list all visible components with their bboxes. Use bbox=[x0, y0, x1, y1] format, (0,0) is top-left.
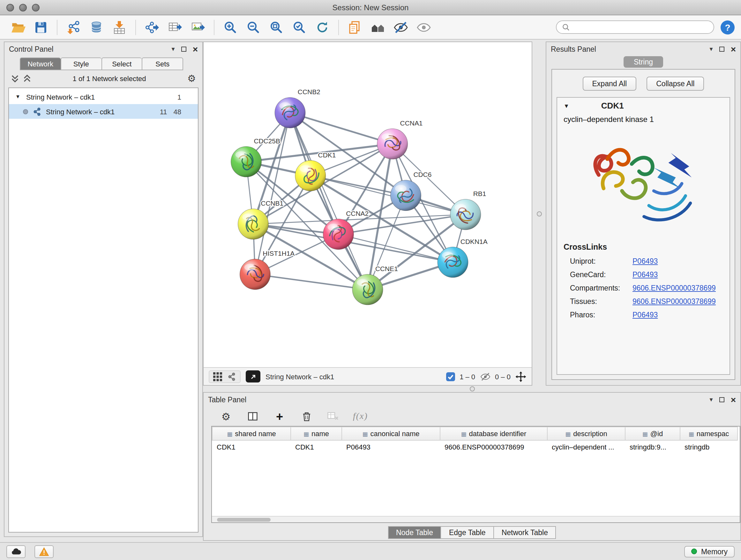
duplicate-network-button[interactable] bbox=[345, 17, 365, 37]
vertical-splitter[interactable] bbox=[532, 42, 546, 386]
float-panel-icon[interactable]: ▾ bbox=[710, 396, 713, 403]
import-network-file-button[interactable] bbox=[63, 17, 84, 37]
table-row[interactable]: CDK1 CDK1 P06493 9606.ENSP00000378699 cy… bbox=[212, 440, 738, 454]
network-canvas[interactable]: CCNB2CCNA1CDC25BCDK1CDC6RB1CCNB1CCNA2CDK… bbox=[204, 42, 532, 367]
open-external-button[interactable] bbox=[246, 370, 260, 382]
database-icon bbox=[89, 19, 104, 35]
network-options-gear-icon[interactable]: ⚙ bbox=[187, 73, 196, 83]
show-columns-button[interactable] bbox=[246, 409, 260, 423]
crosslink-row: GeneCard: P06493 bbox=[557, 267, 730, 281]
tree-expander-icon[interactable]: ▼ bbox=[15, 94, 22, 100]
column-header[interactable]: ▦@id bbox=[625, 427, 680, 440]
tissues-link[interactable]: 9606.ENSP00000378699 bbox=[632, 297, 716, 305]
zoom-in-button[interactable] bbox=[220, 17, 241, 37]
show-all-button[interactable] bbox=[414, 17, 434, 37]
memory-button[interactable]: Memory bbox=[684, 546, 735, 557]
tab-edge-table[interactable]: Edge Table bbox=[441, 526, 493, 539]
search-input[interactable] bbox=[572, 23, 709, 31]
external-link-icon bbox=[249, 373, 257, 380]
function-builder-button[interactable]: f(x) bbox=[353, 411, 368, 422]
collapse-all-icon[interactable] bbox=[11, 74, 19, 83]
column-header[interactable]: ▦shared name bbox=[212, 427, 291, 440]
network-row-selected[interactable]: String Network – cdk1 11 48 bbox=[9, 104, 198, 119]
maximize-panel-icon[interactable] bbox=[719, 47, 724, 52]
collapse-all-button[interactable]: Collapse All bbox=[647, 77, 704, 91]
refresh-icon bbox=[315, 19, 330, 35]
close-panel-icon[interactable]: × bbox=[731, 395, 736, 404]
table-cell[interactable]: P06493 bbox=[342, 440, 440, 454]
selected-checkbox-icon[interactable] bbox=[446, 372, 455, 381]
column-header[interactable]: ▦database identifier bbox=[440, 427, 547, 440]
column-header[interactable]: ▦name bbox=[291, 427, 342, 440]
share-view-icon[interactable] bbox=[227, 372, 236, 381]
expand-all-icon[interactable] bbox=[23, 74, 31, 83]
export-table-button[interactable] bbox=[165, 17, 185, 37]
table-cell[interactable]: stringdb:9... bbox=[625, 440, 680, 454]
column-type-icon: ▦ bbox=[643, 431, 648, 437]
tab-string[interactable]: String bbox=[623, 56, 663, 68]
maximize-window-button[interactable] bbox=[32, 3, 40, 11]
zoom-fit-button[interactable] bbox=[266, 17, 286, 37]
grid-view-icon[interactable] bbox=[213, 372, 222, 381]
float-panel-icon[interactable]: ▾ bbox=[710, 46, 713, 52]
export-network-button[interactable] bbox=[142, 17, 162, 37]
tab-select[interactable]: Select bbox=[101, 57, 142, 70]
pharos-link[interactable]: P06493 bbox=[632, 311, 658, 318]
splitter-handle[interactable] bbox=[536, 211, 542, 216]
compartments-link[interactable]: 9606.ENSP00000378699 bbox=[632, 284, 716, 292]
window-title: Session: New Session bbox=[0, 3, 741, 12]
column-header[interactable]: ▦description bbox=[547, 427, 625, 440]
section-expander-icon[interactable]: ▼ bbox=[563, 103, 569, 109]
export-image-button[interactable] bbox=[188, 17, 208, 37]
table-cell[interactable]: CDK1 bbox=[291, 440, 342, 454]
table-settings-gear-icon[interactable]: ⚙ bbox=[219, 409, 233, 423]
uniprot-link[interactable]: P06493 bbox=[632, 257, 658, 265]
close-panel-icon[interactable]: × bbox=[731, 45, 736, 54]
hide-selected-button[interactable] bbox=[391, 17, 411, 37]
refresh-view-button[interactable] bbox=[312, 17, 333, 37]
save-session-button[interactable] bbox=[30, 17, 51, 37]
warnings-button[interactable] bbox=[35, 545, 54, 558]
import-network-database-button[interactable] bbox=[86, 17, 107, 37]
network-graph[interactable]: CCNB2CCNA1CDC25BCDK1CDC6RB1CCNB1CCNA2CDK… bbox=[204, 42, 532, 367]
import-table-button[interactable] bbox=[109, 17, 130, 37]
table-cell[interactable]: CDK1 bbox=[212, 440, 291, 454]
float-panel-icon[interactable]: ▾ bbox=[172, 46, 175, 52]
expand-all-button[interactable]: Expand All bbox=[583, 77, 636, 91]
tab-sets[interactable]: Sets bbox=[142, 57, 184, 70]
delete-table-button-disabled[interactable] bbox=[326, 409, 340, 423]
tab-node-table[interactable]: Node Table bbox=[388, 526, 441, 539]
scrollbar-thumb[interactable] bbox=[217, 517, 271, 521]
homes-button[interactable] bbox=[367, 17, 388, 37]
minimize-window-button[interactable] bbox=[19, 3, 27, 11]
help-button[interactable]: ? bbox=[721, 20, 735, 34]
horizontal-scrollbar[interactable] bbox=[212, 516, 740, 522]
splitter-handle[interactable] bbox=[469, 386, 475, 391]
node-table[interactable]: ▦shared name ▦name ▦canonical name ▦data… bbox=[212, 427, 738, 454]
tab-network[interactable]: Network bbox=[20, 57, 61, 70]
pan-crosshair-icon[interactable] bbox=[515, 371, 527, 382]
table-cell[interactable]: stringdb bbox=[680, 440, 738, 454]
table-cell[interactable]: 9606.ENSP00000378699 bbox=[440, 440, 547, 454]
close-window-button[interactable] bbox=[6, 3, 14, 11]
genecard-link[interactable]: P06493 bbox=[632, 270, 658, 278]
current-network-indicator[interactable] bbox=[23, 109, 28, 114]
column-header[interactable]: ▦namespac bbox=[680, 427, 738, 440]
network-collection-row[interactable]: ▼ String Network – cdk1 1 bbox=[9, 89, 198, 104]
cloud-button[interactable] bbox=[6, 545, 25, 558]
close-panel-icon[interactable]: × bbox=[193, 45, 198, 54]
zoom-out-button[interactable] bbox=[243, 17, 264, 37]
svg-text:RB1: RB1 bbox=[473, 190, 486, 197]
tab-style[interactable]: Style bbox=[61, 57, 102, 70]
maximize-panel-icon[interactable] bbox=[181, 47, 186, 52]
delete-column-button[interactable] bbox=[299, 409, 313, 423]
hidden-eye-slash-icon[interactable] bbox=[480, 372, 490, 381]
open-session-button[interactable] bbox=[8, 17, 28, 37]
maximize-panel-icon[interactable] bbox=[719, 397, 724, 402]
add-column-button[interactable]: + bbox=[273, 409, 286, 423]
zoom-selected-button[interactable] bbox=[289, 17, 310, 37]
table-cell[interactable]: cyclin–dependent ... bbox=[547, 440, 625, 454]
horizontal-splitter[interactable] bbox=[203, 386, 741, 392]
column-header[interactable]: ▦canonical name bbox=[342, 427, 440, 440]
tab-network-table[interactable]: Network Table bbox=[493, 526, 556, 539]
